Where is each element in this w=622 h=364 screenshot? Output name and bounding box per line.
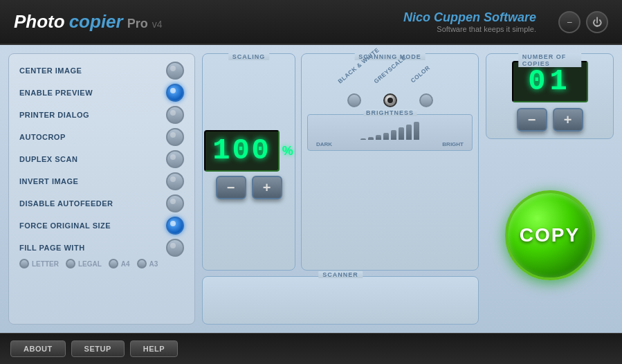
copies-minus-button[interactable]: − [517, 108, 547, 131]
scanning-mode-panel: SCANNING MODE BLACK & WHITEGREYSCALECOLO… [301, 53, 479, 271]
fill-option-a4[interactable]: A4 [109, 259, 130, 269]
company-suffix: Software [480, 10, 536, 24]
toggle-invert-image[interactable] [166, 172, 184, 190]
company-tagline: Software that keeps it simple. [403, 25, 536, 33]
option-label-printer-dialog: PRINTER DIALOG [19, 111, 89, 119]
brightness-bright-label: BRIGHT [442, 141, 464, 147]
radio-a3[interactable] [137, 259, 147, 269]
bottom-bar: ABOUTSETUPHELP [0, 333, 622, 364]
option-row-force-original-size: FORCE ORIGINAL SIZE [16, 215, 187, 237]
scan-radio-color[interactable] [419, 93, 433, 107]
copy-button[interactable]: COPY [505, 190, 595, 280]
option-label-fill-page-with: FILL PAGE WITH [19, 244, 85, 252]
brightness-labels: DARK BRIGHT [313, 141, 466, 147]
scan-mode-bw[interactable]: BLACK & WHITE [342, 75, 367, 107]
company-info: Nico Cuppen Software Software that keeps… [403, 10, 536, 33]
scaling-display-row: 100 % [204, 130, 293, 172]
radio-label-a3: A3 [149, 260, 158, 268]
toggle-autocrop[interactable] [166, 128, 184, 146]
brightness-bar-5 [399, 127, 404, 140]
brightness-bar-2 [376, 135, 381, 140]
toggle-enable-preview[interactable] [166, 84, 184, 102]
scan-modes: BLACK & WHITEGREYSCALECOLOR [342, 68, 439, 107]
app-title-copier: copier [69, 11, 123, 33]
main-area: CENTER IMAGEENABLE PREVIEWPRINTER DIALOG… [0, 45, 622, 333]
brightness-bar-6 [406, 125, 412, 140]
copies-panel: NUMBER OF COPIES 01 − + [486, 53, 614, 139]
scan-mode-grey[interactable]: GREYSCALE [378, 75, 403, 107]
brightness-dark-label: DARK [316, 141, 332, 147]
copies-plus-button[interactable]: + [553, 108, 583, 131]
scaling-unit: % [282, 144, 293, 158]
right-panel: NUMBER OF COPIES 01 − + COPY [486, 53, 614, 325]
brightness-bar-3 [383, 133, 389, 140]
scan-mode-label-grey: GREYSCALE [373, 64, 396, 84]
company-name: Nico Cuppen Software [403, 10, 536, 25]
scan-mode-label-color: COLOR [409, 64, 432, 84]
scanner-panel: SCANNER [202, 276, 479, 325]
power-button[interactable]: ⏻ [586, 11, 608, 33]
scaling-title: SCALING [228, 53, 270, 60]
left-panel: CENTER IMAGEENABLE PREVIEWPRINTER DIALOG… [8, 53, 195, 325]
radio-a4[interactable] [109, 259, 118, 269]
copies-title: NUMBER OF COPIES [518, 53, 582, 67]
brightness-section: BRIGHTNESS DARK BRIGHT [307, 114, 473, 151]
brightness-bar-4 [391, 130, 396, 140]
app-title-pro: Pro [127, 17, 148, 31]
brightness-bars [313, 119, 466, 140]
minimize-button[interactable]: − [558, 11, 580, 33]
scaling-minus-button[interactable]: − [216, 176, 246, 199]
scan-radio-grey[interactable] [383, 93, 397, 107]
toggle-force-original-size[interactable] [166, 217, 184, 235]
radio-label-a4: A4 [121, 260, 130, 268]
scan-radio-bw[interactable] [347, 93, 361, 107]
toggle-fill-page-with[interactable] [166, 239, 184, 257]
toggle-printer-dialog[interactable] [166, 106, 184, 124]
option-row-fill-page-with: FILL PAGE WITH [16, 237, 187, 259]
titlebar: Photocopier Pro v4 Nico Cuppen Software … [0, 0, 622, 45]
fill-option-a3[interactable]: A3 [137, 259, 158, 269]
toggle-center-image[interactable] [166, 62, 184, 80]
toggle-disable-autofeeder[interactable] [166, 194, 184, 212]
radio-legal[interactable] [66, 259, 75, 269]
option-row-disable-autofeeder: DISABLE AUTOFEEDER [16, 192, 187, 215]
radio-letter[interactable] [19, 259, 29, 269]
copies-display: 01 [512, 61, 588, 102]
toggle-duplex-scan[interactable] [166, 150, 184, 168]
option-label-enable-preview: ENABLE PREVIEW [19, 89, 93, 97]
option-label-center-image: CENTER IMAGE [19, 66, 82, 75]
center-panel: SCALING 100 % − + SCANNING MODE BLACK & … [202, 53, 479, 325]
app-title: Photocopier Pro v4 [14, 11, 163, 33]
option-row-autocrop: AUTOCROP [16, 126, 187, 148]
scanner-title: SCANNER [318, 271, 363, 278]
setup-button[interactable]: SETUP [71, 340, 125, 357]
scaling-display: 100 [204, 130, 280, 172]
app-title-v4: v4 [152, 19, 163, 30]
company-highlight: Nico Cuppen [403, 10, 480, 24]
about-button[interactable]: ABOUT [10, 340, 66, 357]
option-row-invert-image: INVERT IMAGE [16, 170, 187, 192]
help-button[interactable]: HELP [130, 340, 178, 357]
fill-page-suboptions: LETTERLEGALA4A3 [16, 259, 187, 269]
fill-option-letter[interactable]: LETTER [19, 259, 59, 269]
scaling-panel: SCALING 100 % − + [202, 53, 295, 271]
brightness-title: BRIGHTNESS [363, 109, 417, 116]
fill-option-legal[interactable]: LEGAL [66, 259, 102, 269]
copies-controls: − + [517, 108, 583, 131]
option-row-printer-dialog: PRINTER DIALOG [16, 104, 187, 126]
option-label-autocrop: AUTOCROP [19, 133, 66, 141]
titlebar-right-group: Nico Cuppen Software Software that keeps… [403, 10, 608, 33]
option-label-duplex-scan: DUPLEX SCAN [19, 155, 77, 163]
scan-mode-label-bw: BLACK & WHITE [337, 64, 360, 84]
option-label-disable-autofeeder: DISABLE AUTOFEEDER [19, 199, 113, 208]
option-row-center-image: CENTER IMAGE [16, 60, 187, 82]
window-controls: − ⏻ [558, 11, 608, 33]
option-label-invert-image: INVERT IMAGE [19, 177, 78, 185]
scaling-controls: − + [216, 176, 282, 199]
scan-mode-color[interactable]: COLOR [414, 75, 439, 107]
brightness-bar-1 [368, 137, 374, 140]
scaling-plus-button[interactable]: + [252, 176, 282, 199]
app-title-photo: Photo [14, 11, 65, 33]
option-row-enable-preview: ENABLE PREVIEW [16, 82, 187, 104]
option-label-force-original-size: FORCE ORIGINAL SIZE [19, 221, 111, 230]
